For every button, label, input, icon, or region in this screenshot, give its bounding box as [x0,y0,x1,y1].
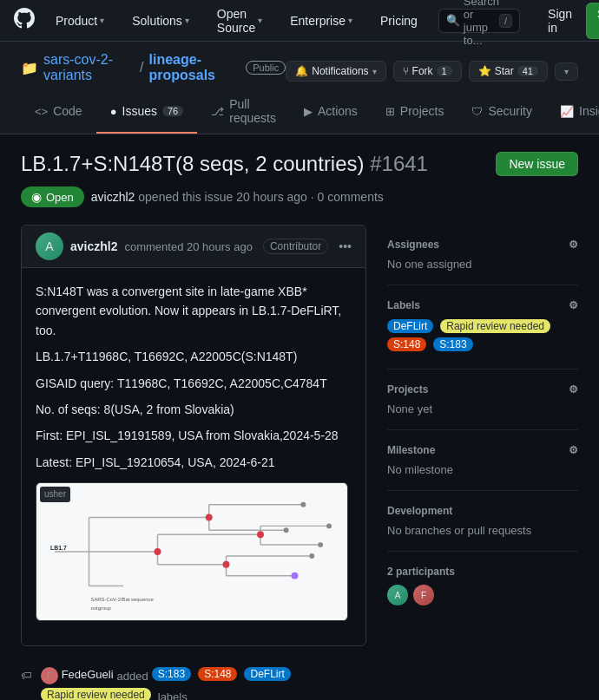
repo-name-link[interactable]: lineage-proposals [149,52,241,83]
tab-pull-requests-label: Pull requests [229,97,276,125]
activity-label-row: F FedeGueli added S:183 S:148 DeFLirt Ra… [41,667,366,700]
repo-owner-link[interactable]: sars-cov-2-variants [43,52,135,83]
svg-point-21 [257,531,264,538]
fork-icon: ⑂ [403,65,409,77]
issue-main-column: A aviczhl2 commented 20 hours ago Contri… [21,225,366,700]
search-icon: 🔍 [446,14,460,27]
labels-gear-icon[interactable]: ⚙ [569,299,578,311]
sidebar-label-deflirt[interactable]: DeFLirt [387,319,433,333]
tab-issues-label: Issues [122,104,157,118]
search-bar[interactable]: 🔍 Search or jump to... / [438,9,520,33]
fork-button[interactable]: ⑂ Fork 1 [393,61,462,82]
sidebar-milestone: Milestone ⚙ No milestone [387,430,578,491]
issue-status-badge: ◉ Open [21,186,84,207]
sidebar-labels-label: Labels ⚙ [387,299,578,311]
participant-avatar-1[interactable]: A [387,585,408,605]
sidebar-labels: Labels ⚙ DeFLirt Rapid review needed S:1… [387,285,578,370]
star-count: 41 [517,66,538,76]
activity-actor: F FedeGueli [41,667,114,684]
tab-code-label: Code [53,104,82,118]
issues-icon: ● [110,105,117,118]
star-dropdown-button[interactable]: ▾ [555,62,578,81]
issue-status-text: Open [46,191,74,204]
comment-author[interactable]: aviczhl2 [70,239,117,253]
open-source-menu[interactable]: Open Source ▾ [210,3,269,38]
insights-icon: 📈 [560,105,574,118]
labels-list: DeFLirt Rapid review needed S:148 S:183 [387,318,578,355]
sign-in-link[interactable]: Sign in [548,7,572,35]
comment-more-button[interactable]: ••• [339,239,352,253]
svg-point-23 [300,502,306,507]
issue-opened-text: opened this issue [138,190,236,204]
tab-pull-requests[interactable]: ⎇ Pull requests [197,90,290,134]
assignees-gear-icon[interactable]: ⚙ [569,239,578,251]
issue-title: LB.1.7+S:N148T(8 seqs, 2 countries) #164… [21,152,428,176]
repo-tabs: <> Code ● Issues 76 ⎇ Pull requests ▶ Ac… [21,90,578,134]
svg-point-25 [309,553,314,559]
labels-label-text: Labels [387,299,420,311]
projects-icon: ⊞ [385,105,395,118]
sidebar-assignees-label: Assignees ⚙ [387,239,578,251]
product-label: Product [56,14,97,28]
label-badge-s183: S:183 [152,667,191,681]
issue-comments: 0 comments [318,190,384,204]
issue-number: #1641 [370,152,428,175]
participants-label-text: 2 participants [387,566,455,578]
star-icon: ⭐ [478,65,491,77]
tab-projects[interactable]: ⊞ Projects [372,90,458,134]
sidebar-label-rapid[interactable]: Rapid review needed [440,319,550,333]
projects-gear-icon[interactable]: ⚙ [569,383,578,396]
usher-label: usher [40,487,70,502]
activity-label-suffix: labels [158,690,188,700]
tab-projects-label: Projects [400,104,444,118]
product-menu[interactable]: Product ▾ [49,10,111,31]
tab-actions[interactable]: ▶ Actions [290,90,372,134]
open-dot-icon: ◉ [31,190,42,204]
milestone-gear-icon[interactable]: ⚙ [569,444,578,456]
solutions-menu[interactable]: Solutions ▾ [125,10,196,31]
sidebar-assignees: Assignees ⚙ No one assigned [387,225,578,285]
notifications-button[interactable]: 🔔 Notifications ▾ [286,61,385,82]
sign-up-button[interactable]: Sign up [586,3,599,39]
enterprise-chevron-icon: ▾ [348,16,352,25]
sidebar-projects-label: Projects ⚙ [387,383,578,396]
sidebar-label-s183[interactable]: S:183 [433,337,472,351]
enterprise-menu[interactable]: Enterprise ▾ [283,10,359,31]
pricing-link[interactable]: Pricing [373,10,425,31]
participant-avatar-2[interactable]: F [413,585,434,605]
tab-security[interactable]: 🛡 Security [457,90,546,134]
svg-text:outgroup: outgroup [90,605,111,611]
comment-body: S:N148T was a convergent site in late-ga… [22,268,365,645]
svg-point-26 [318,542,323,547]
code-icon: <> [35,105,48,118]
sidebar-label-s148[interactable]: S:148 [387,337,426,351]
new-issue-button[interactable]: New issue [496,152,578,176]
label-badge-rapid: Rapid review needed [41,688,151,700]
tab-actions-label: Actions [318,104,358,118]
svg-point-20 [223,561,230,568]
label-badge-s148: S:148 [198,667,237,681]
tab-issues[interactable]: ● Issues 76 [96,90,198,134]
tab-insights[interactable]: 📈 Insights [546,90,599,134]
fork-count: 1 [437,66,452,76]
issue-author-link[interactable]: aviczhl2 [91,190,135,204]
tab-insights-label: Insights [579,104,599,118]
issue-meta: ◉ Open aviczhl2 opened this issue 20 hou… [21,186,578,207]
search-placeholder: Search or jump to... [464,0,499,47]
sidebar-milestone-label: Milestone ⚙ [387,444,578,456]
solutions-chevron-icon: ▾ [185,16,189,25]
issue-title-row: LB.1.7+S:N148T(8 seqs, 2 countries) #164… [21,152,578,176]
issue-title-text: LB.1.7+S:N148T(8 seqs, 2 countries) [21,152,365,175]
open-source-label: Open Source [217,7,255,35]
assignees-value: No one assigned [387,258,578,271]
repo-header: 📁 sars-cov-2-variants / lineage-proposal… [0,42,599,134]
activity-actor-link[interactable]: FedeGueli [62,669,114,682]
breadcrumb: 📁 sars-cov-2-variants / lineage-proposal… [21,52,286,83]
projects-value: None yet [387,402,578,415]
star-dropdown-chevron-icon: ▾ [564,67,569,76]
participants-avatars: A F [387,585,578,605]
star-button[interactable]: ⭐ Star 41 [469,61,548,82]
tab-code[interactable]: <> Code [21,90,96,134]
sidebar-participants: 2 participants A F [387,552,578,619]
projects-label-text: Projects [387,383,428,396]
